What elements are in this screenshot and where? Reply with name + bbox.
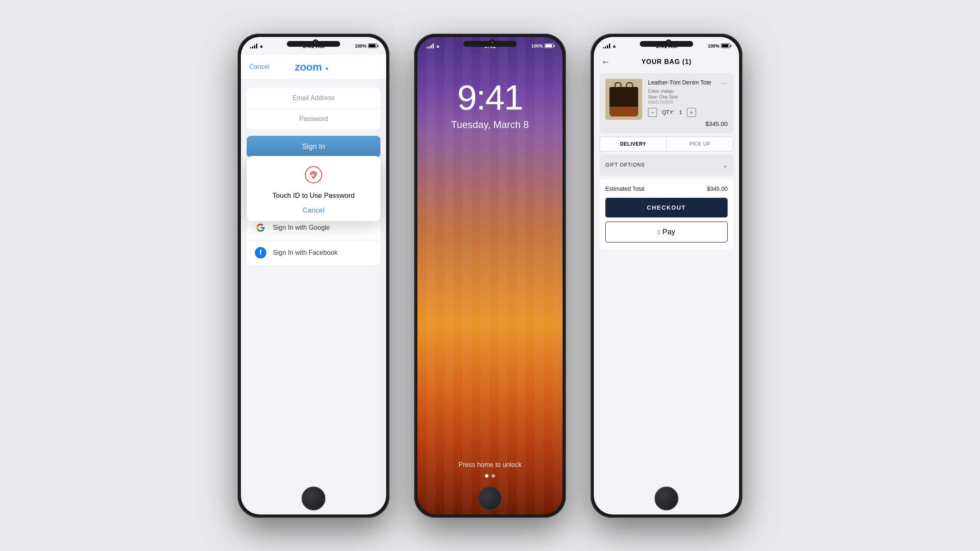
fingerprint-icon — [255, 166, 372, 187]
wifi-icon: ▲ — [259, 43, 264, 49]
bag-title: YOUR BAG (1) — [641, 58, 691, 66]
apple-pay-label: Pay — [662, 228, 675, 236]
phone-camera — [489, 39, 495, 45]
battery-icon — [368, 43, 377, 48]
delivery-button[interactable]: DELIVERY — [600, 137, 666, 151]
zoom-logo-container: zoom ▾ — [295, 61, 328, 73]
qty-value: QTY: — [662, 109, 674, 115]
signin-facebook-item[interactable]: f Sign In with Facebook — [247, 240, 380, 265]
apple-icon:  — [658, 229, 660, 235]
zoom-login-screen: ▲ 9:41 AM 100% Cancel zoom ▾ — [241, 37, 386, 514]
bag-item: Leather-Trim Denim Tote ··· Color: Indig… — [600, 73, 733, 133]
item-sku: #0041783978 — [648, 100, 728, 105]
wifi-icon: ▲ — [612, 43, 617, 49]
status-right: 100% — [335, 43, 377, 48]
touchid-title: Touch ID to Use Password — [255, 192, 372, 200]
qty-increase-button[interactable]: + — [687, 108, 696, 117]
qty-decrease-button[interactable]: − — [648, 108, 657, 117]
item-price: $345.00 — [705, 120, 728, 127]
touchid-cancel-button[interactable]: Cancel — [255, 206, 372, 215]
phone-2-lockscreen: ▲ 9:41 100% 9:41 Tuesday, March 8 Press … — [414, 34, 566, 518]
estimated-total-label: Estimated Total — [605, 185, 644, 192]
signal-icon — [426, 43, 434, 48]
item-details: Leather-Trim Denim Tote ··· Color: Indig… — [648, 79, 728, 128]
zoom-login-form: Email Address Password — [247, 88, 380, 129]
signin-google-label: Sign In with Google — [273, 224, 330, 231]
facebook-icon: f — [255, 247, 266, 258]
touchid-dialog: Touch ID to Use Password Cancel — [247, 156, 380, 221]
estimated-total-row: Estimated Total $345.00 — [605, 185, 728, 192]
qty-row: − QTY: 1 + — [648, 108, 728, 117]
signal-icon — [250, 43, 257, 48]
zoom-logo: zoom — [295, 61, 322, 73]
shopping-bag-screen: ▲ 9:41 AM 100% ← YOUR BAG (1) — [594, 37, 739, 514]
tote-stripe — [609, 107, 638, 117]
home-button[interactable] — [302, 487, 325, 510]
battery-label: 100% — [708, 43, 719, 48]
bag-nav: ← YOUR BAG (1) — [594, 55, 739, 70]
phone-camera — [313, 39, 318, 45]
google-icon — [255, 222, 266, 233]
item-color: Color: Indigo — [648, 89, 728, 94]
gift-options-label: GIFT OPTIONS — [605, 162, 645, 168]
pickup-button[interactable]: PICK UP — [667, 137, 733, 151]
item-name: Leather-Trim Denim Tote — [648, 79, 711, 86]
apple-pay-button[interactable]:  Pay — [605, 222, 728, 242]
qty-number: 1 — [679, 109, 682, 115]
battery-icon — [721, 43, 730, 48]
gift-options-row[interactable]: GIFT OPTIONS ⌄ — [600, 155, 733, 176]
battery-label: 100% — [355, 43, 366, 48]
status-right: 100% — [688, 43, 730, 48]
sign-in-button[interactable]: Sign In — [247, 136, 380, 158]
lock-screen-date: Tuesday, March 8 — [417, 119, 563, 130]
tote-body — [609, 87, 638, 117]
cancel-button[interactable]: Cancel — [249, 63, 270, 71]
email-field[interactable]: Email Address — [247, 88, 380, 109]
back-button[interactable]: ← — [601, 57, 610, 67]
dot-2 — [492, 474, 495, 478]
status-right: 100% — [511, 43, 554, 48]
item-image — [605, 79, 642, 120]
signal-icon — [603, 43, 610, 48]
bag-summary: Estimated Total $345.00 CHECKOUT  Pay — [600, 179, 733, 249]
signin-facebook-label: Sign In with Facebook — [273, 249, 337, 256]
phone-3-shopping-bag: ▲ 9:41 AM 100% ← YOUR BAG (1) — [591, 34, 742, 518]
checkout-button[interactable]: CHECKOUT — [605, 198, 728, 217]
lock-screen: ▲ 9:41 100% 9:41 Tuesday, March 8 Press … — [417, 37, 563, 514]
chevron-down-icon: ⌄ — [722, 161, 728, 169]
phone-1-zoom: ▲ 9:41 AM 100% Cancel zoom ▾ — [238, 34, 389, 518]
lock-bottom-area: Press home to unlock — [417, 461, 563, 478]
status-left: ▲ — [603, 43, 645, 49]
qty-control: − QTY: 1 + — [648, 108, 696, 117]
zoom-nav: Cancel zoom ▾ — [241, 55, 386, 80]
status-left: ▲ — [250, 43, 292, 49]
battery-label: 100% — [531, 43, 543, 48]
home-button[interactable] — [655, 487, 678, 510]
delivery-options: DELIVERY PICK UP — [600, 137, 733, 151]
phone-camera — [666, 39, 671, 45]
bag-item-card: Leather-Trim Denim Tote ··· Color: Indig… — [600, 73, 733, 133]
zoom-dropdown-icon: ▾ — [325, 65, 328, 72]
estimated-total-value: $345.00 — [707, 185, 728, 192]
lock-screen-time: 9:41 — [417, 80, 563, 115]
home-button[interactable] — [478, 487, 502, 510]
password-field[interactable]: Password — [247, 109, 380, 129]
wifi-icon: ▲ — [435, 43, 440, 49]
battery-icon — [545, 43, 554, 48]
item-more-button[interactable]: ··· — [721, 79, 728, 87]
dot-1 — [485, 474, 488, 478]
item-size: Size: One Size — [648, 94, 728, 99]
unlock-text: Press home to unlock — [417, 461, 563, 469]
page-indicator — [417, 474, 563, 478]
status-left: ▲ — [426, 43, 469, 49]
